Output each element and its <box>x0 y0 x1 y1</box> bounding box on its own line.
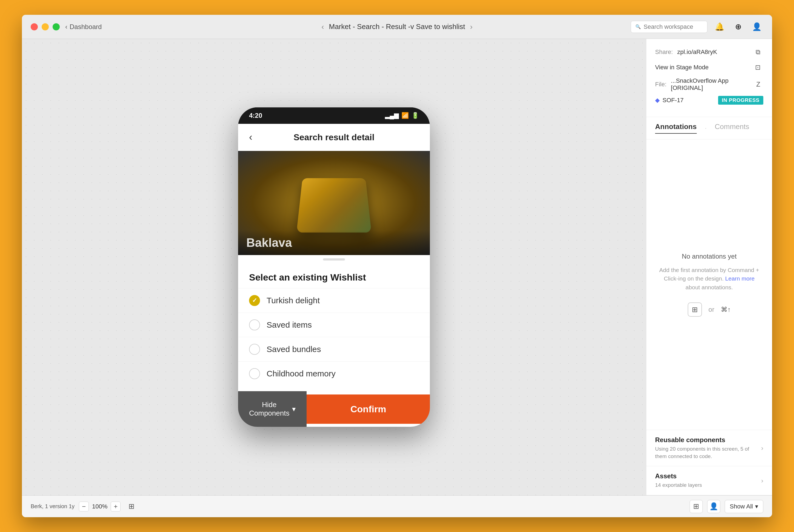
wishlist-item-1[interactable]: Saved items <box>238 312 430 337</box>
confirm-label: Confirm <box>351 404 386 414</box>
radio-saved-bundles[interactable] <box>249 344 260 355</box>
tab-annotations[interactable]: Annotations <box>655 122 697 134</box>
titlebar-title: Market - Search - Result -v Save to wish… <box>329 22 465 31</box>
add-annotation-button[interactable]: ⊞ <box>688 302 702 317</box>
phone-screen: ‹ Search result detail <box>238 124 430 427</box>
titlebar-right: 🔍 🔔 ⊕ 👤 <box>631 20 763 34</box>
baklava-svg <box>293 170 375 236</box>
svg-rect-5 <box>314 187 355 193</box>
avatar-toolbar[interactable]: 👤 <box>707 500 720 513</box>
titlebar: ‹ Dashboard ‹ Market - Search - Result -… <box>22 15 772 39</box>
bottom-toolbar: Berk, 1 version 1y − 100% + ⊞ ⊞ 👤 Show A… <box>22 495 772 517</box>
traffic-lights <box>31 23 60 31</box>
notification-button[interactable]: 🔔 <box>713 20 726 34</box>
wishlist-item-3[interactable]: Childhood memory <box>238 361 430 386</box>
stage-mode-row: View in Stage Mode ⊡ <box>655 62 763 73</box>
signal-icon: ▂▄▆ <box>385 112 399 119</box>
right-panel: Share: zpl.io/aRA8ryK ⧉ View in Stage Mo… <box>646 39 772 495</box>
wishlist-label-1: Saved items <box>267 320 312 329</box>
bottom-sheet: Select an existing Wishlist ✓ Turkish de… <box>238 264 430 391</box>
chevron-right-icon-2: › <box>761 477 763 484</box>
status-badge: IN PROGRESS <box>718 96 763 104</box>
assets-title: Assets <box>655 472 761 480</box>
zeplin-icon-button[interactable]: Z <box>753 79 763 90</box>
svg-rect-2 <box>309 197 359 203</box>
radio-saved-items[interactable] <box>249 319 260 330</box>
battery-icon: 🔋 <box>412 112 419 119</box>
screen-header: ‹ Search result detail <box>238 124 430 151</box>
wishlist-label-2: Saved bundles <box>267 345 321 354</box>
shortcut-or-text: or <box>708 306 714 314</box>
diamond-icon: ◆ <box>655 97 660 104</box>
wishlist-label-0: Turkish delight <box>267 296 320 305</box>
user-avatar[interactable]: 👤 <box>750 20 763 34</box>
nav-back-button[interactable]: ‹ <box>321 23 324 31</box>
bottom-panels: Reusable components Using 20 components … <box>646 430 772 495</box>
check-icon: ✓ <box>252 297 257 304</box>
canvas-area[interactable]: 4:20 ▂▄▆ 📶 🔋 ‹ Search result detail <box>22 39 646 495</box>
dashboard-button[interactable]: ‹ Dashboard <box>65 23 102 31</box>
zoom-value: 100% <box>92 503 108 510</box>
screen-title: Search result detail <box>294 132 374 142</box>
phone-action-bar: Hide Components ▾ Confirm <box>238 391 430 427</box>
radio-turkish-delight[interactable]: ✓ <box>249 295 260 306</box>
confirm-button[interactable]: Confirm <box>307 395 430 424</box>
wishlist-label-3: Childhood memory <box>267 369 336 378</box>
assets-desc: 14 exportable layers <box>655 481 761 489</box>
search-workspace-input[interactable] <box>644 23 703 31</box>
nav-forward-button[interactable]: › <box>470 23 473 31</box>
no-annotations-title: No annotations yet <box>682 252 736 260</box>
traffic-light-fullscreen[interactable] <box>53 23 60 31</box>
reusable-components-title: Reusable components <box>655 436 761 444</box>
learn-more-link[interactable]: Learn more <box>725 275 755 282</box>
show-all-button[interactable]: Show All ▾ <box>725 500 763 513</box>
task-row: ◆ SOF-17 IN PROGRESS <box>655 96 763 104</box>
search-workspace-container: 🔍 <box>631 21 707 33</box>
zoom-minus-button[interactable]: − <box>79 501 89 511</box>
tab-comments[interactable]: Comments <box>715 122 749 134</box>
file-value: ...SnackOverflow App [ORIGINAL] <box>671 77 753 92</box>
reusable-components-content: Reusable components Using 20 components … <box>655 436 761 460</box>
wishlist-item-0[interactable]: ✓ Turkish delight <box>238 288 430 312</box>
help-button[interactable]: ⊕ <box>732 20 745 34</box>
scroll-indicator <box>238 255 430 264</box>
phone-mockup: 4:20 ▂▄▆ 📶 🔋 ‹ Search result detail <box>238 108 430 427</box>
frame-icon-button[interactable]: ⊞ <box>125 500 138 513</box>
wifi-icon: 📶 <box>401 112 409 119</box>
hide-components-button[interactable]: Hide Components ▾ <box>238 391 307 427</box>
annotation-add-button[interactable]: ⊞ <box>689 500 703 513</box>
file-label: File: <box>655 81 667 88</box>
assets-panel[interactable]: Assets 14 exportable layers › <box>646 466 772 495</box>
file-row: File: ...SnackOverflow App [ORIGINAL] Z <box>655 77 763 92</box>
chevron-left-icon: ‹ <box>65 23 68 31</box>
svg-point-8 <box>326 182 331 185</box>
hide-components-label: Hide Components <box>249 400 289 418</box>
panel-tabs: Annotations · Comments <box>646 117 772 139</box>
wishlist-item-2[interactable]: Saved bundles <box>238 337 430 361</box>
scroll-pill <box>323 258 345 261</box>
traffic-light-minimize[interactable] <box>42 23 49 31</box>
cmd-icon: ⌘↑ <box>721 306 731 314</box>
svg-rect-6 <box>315 183 353 189</box>
stage-mode-label: View in Stage Mode <box>655 64 708 71</box>
toolbar-left: Berk, 1 version 1y − 100% + ⊞ <box>31 500 138 513</box>
copy-link-button[interactable]: ⧉ <box>752 46 763 58</box>
version-info: Berk, 1 version 1y <box>31 503 75 510</box>
main-window: ‹ Dashboard ‹ Market - Search - Result -… <box>22 15 772 517</box>
share-label: Share: <box>655 49 673 56</box>
status-time: 4:20 <box>249 112 262 119</box>
file-row-left: File: ...SnackOverflow App [ORIGINAL] <box>655 77 753 92</box>
back-button[interactable]: ‹ <box>249 132 252 143</box>
zoom-plus-button[interactable]: + <box>111 501 120 511</box>
traffic-light-close[interactable] <box>31 23 38 31</box>
status-right: ▂▄▆ 📶 🔋 <box>385 112 419 119</box>
show-all-label: Show All <box>730 503 753 510</box>
task-badge: ◆ SOF-17 <box>655 97 684 104</box>
reusable-components-desc: Using 20 components in this screen, 5 of… <box>655 445 761 460</box>
radio-childhood-memory[interactable] <box>249 368 260 379</box>
svg-rect-4 <box>312 191 356 195</box>
search-icon: 🔍 <box>635 24 641 29</box>
stage-mode-button[interactable]: ⊡ <box>752 62 763 73</box>
reusable-components-panel[interactable]: Reusable components Using 20 components … <box>646 430 772 466</box>
chevron-down-icon: ▾ <box>292 405 296 413</box>
